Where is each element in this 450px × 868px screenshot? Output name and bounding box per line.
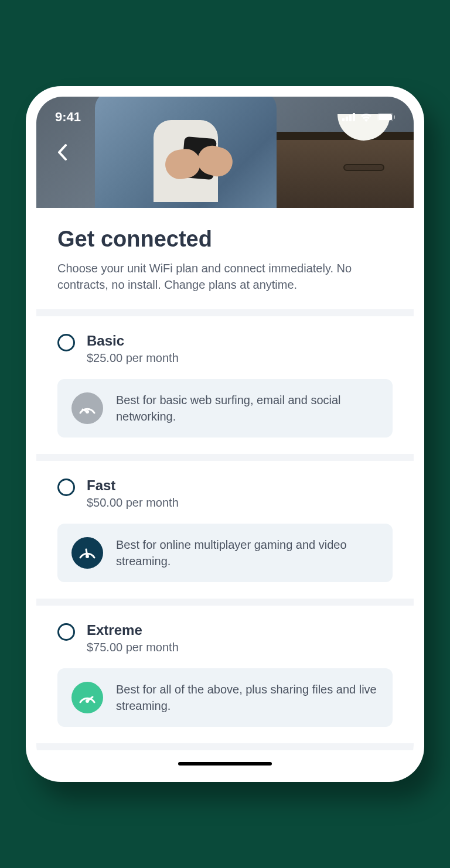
battery-icon <box>377 113 395 121</box>
svg-line-10 <box>86 549 87 556</box>
divider <box>36 743 414 750</box>
plan-description-box: Best for all of the above, plus sharing … <box>57 668 393 727</box>
svg-rect-0 <box>342 118 345 121</box>
plan-name: Basic <box>87 333 179 349</box>
cellular-icon <box>342 113 355 121</box>
screen: 9:41 <box>36 97 414 771</box>
back-button[interactable] <box>50 141 74 164</box>
chevron-left-icon <box>57 143 67 161</box>
plan-card-extreme[interactable]: Extreme $75.00 per month Best for all of… <box>36 606 414 743</box>
plan-description: Best for online multiplayer gaming and v… <box>116 536 379 569</box>
plan-description: Best for basic web surfing, email and so… <box>116 392 379 425</box>
divider <box>36 309 414 316</box>
svg-rect-3 <box>353 113 355 121</box>
speedometer-icon <box>71 682 103 713</box>
content: Get connected Choose your unit WiFi plan… <box>36 208 414 766</box>
radio-fast[interactable] <box>57 479 75 496</box>
page-subtitle: Choose your unit WiFi plan and connect i… <box>57 260 393 293</box>
header-section: Get connected Choose your unit WiFi plan… <box>36 208 414 309</box>
plan-price: $75.00 per month <box>87 641 179 654</box>
plan-description: Best for all of the above, plus sharing … <box>116 681 379 714</box>
plan-description-box: Best for online multiplayer gaming and v… <box>57 524 393 582</box>
svg-rect-6 <box>394 115 395 119</box>
plan-card-fast[interactable]: Fast $50.00 per month Best for online mu… <box>36 461 414 599</box>
plan-description-box: Best for basic web surfing, email and so… <box>57 379 393 438</box>
plan-price: $25.00 per month <box>87 351 179 365</box>
radio-basic[interactable] <box>57 334 75 351</box>
plan-name: Extreme <box>87 622 179 638</box>
svg-rect-1 <box>346 117 348 121</box>
phone-frame: 9:41 <box>26 86 424 782</box>
status-icons <box>342 112 395 122</box>
radio-extreme[interactable] <box>57 623 75 641</box>
plan-card-basic[interactable]: Basic $25.00 per month Best for basic we… <box>36 316 414 454</box>
divider <box>36 454 414 461</box>
svg-rect-2 <box>349 115 352 121</box>
speedometer-icon <box>71 392 103 424</box>
speedometer-icon <box>71 537 103 569</box>
wifi-icon <box>360 112 373 122</box>
svg-rect-5 <box>379 114 392 120</box>
page-title: Get connected <box>57 227 393 252</box>
status-bar: 9:41 <box>36 110 414 125</box>
hero-image: 9:41 <box>36 97 414 208</box>
plan-price: $50.00 per month <box>87 496 179 510</box>
plan-name: Fast <box>87 477 179 494</box>
divider <box>36 599 414 606</box>
status-time: 9:41 <box>55 110 81 125</box>
home-indicator[interactable] <box>178 762 272 766</box>
